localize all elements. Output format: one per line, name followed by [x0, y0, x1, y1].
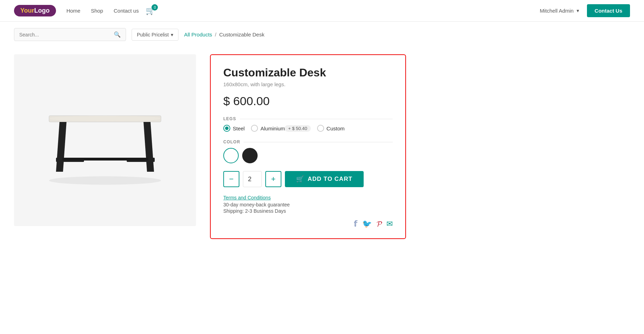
legs-option-group: LEGS Steel Aluminium + $ 50.40 [223, 116, 393, 132]
color-options-row [223, 148, 393, 163]
logo-text: YourLogo [20, 7, 50, 14]
cart-row: − + 🛒 ADD TO CART [223, 171, 393, 187]
search-button[interactable]: 🔍 [114, 31, 121, 38]
cart-icon-wrap[interactable]: 🛒 0 [146, 6, 155, 15]
chevron-down-icon: ▼ [576, 8, 580, 13]
nav-shop[interactable]: Shop [91, 8, 103, 14]
pricelist-dropdown[interactable]: Public Pricelist ▾ [132, 29, 178, 41]
email-icon[interactable]: ✉ [386, 219, 393, 229]
pricelist-chevron-icon: ▾ [171, 32, 173, 38]
cart-badge: 0 [152, 4, 158, 11]
radio-custom-circle [317, 125, 324, 132]
add-to-cart-label: ADD TO CART [308, 176, 352, 183]
search-input[interactable] [19, 32, 114, 38]
color-label: COLOR [223, 139, 393, 144]
svg-point-1 [50, 116, 160, 121]
main-content: Customizable Desk 160x80cm, with large l… [0, 47, 644, 253]
contact-us-button[interactable]: Contact Us [587, 4, 630, 17]
legs-steel-label: Steel [233, 125, 245, 131]
nav-links: Home Shop Contact us [66, 8, 139, 14]
radio-aluminium-circle [251, 125, 258, 132]
product-title: Customizable Desk [223, 66, 393, 79]
legs-custom-label: Custom [327, 125, 345, 131]
pinterest-icon[interactable]: 𝓟 [377, 219, 382, 229]
legs-option-custom[interactable]: Custom [317, 125, 345, 132]
pricelist-label: Public Pricelist [137, 32, 169, 38]
twitter-icon[interactable]: 🐦 [362, 219, 372, 229]
radio-steel-dot [225, 127, 229, 130]
nav-home[interactable]: Home [66, 8, 80, 14]
svg-marker-2 [56, 122, 66, 172]
search-section: 🔍 Public Pricelist ▾ All Products / Cust… [0, 22, 644, 47]
quantity-input[interactable] [243, 171, 262, 187]
logo[interactable]: YourLogo [14, 5, 56, 16]
breadcrumb-all-products[interactable]: All Products [184, 32, 212, 38]
facebook-icon[interactable]: 𝕗 [354, 219, 357, 229]
svg-point-7 [49, 176, 161, 185]
search-box: 🔍 [14, 28, 126, 41]
footer-info: Terms and Conditions 30-day money-back g… [223, 195, 393, 229]
nav-contact-us[interactable]: Contact us [114, 8, 139, 14]
legs-option-steel[interactable]: Steel [223, 125, 245, 132]
product-price: $ 600.00 [223, 94, 393, 108]
breadcrumb-separator: / [215, 32, 216, 38]
admin-label: Mitchell Admin [540, 8, 574, 14]
svg-marker-3 [144, 122, 154, 172]
add-to-cart-button[interactable]: 🛒 ADD TO CART [285, 171, 364, 187]
color-option-group: COLOR [223, 139, 393, 163]
shipping-text: Shipping: 2-3 Business Days [223, 208, 393, 214]
navbar: YourLogo Home Shop Contact us 🛒 0 Mitche… [0, 0, 644, 22]
product-subtitle: 160x80cm, with large legs. [223, 81, 393, 87]
aluminium-price-badge: + $ 50.40 [285, 125, 311, 132]
legs-aluminium-label: Aluminium [260, 125, 285, 131]
terms-link[interactable]: Terms and Conditions [223, 195, 393, 200]
legs-label: LEGS [223, 116, 393, 121]
color-option-black[interactable] [242, 148, 258, 163]
cart-btn-icon: 🛒 [296, 175, 304, 183]
product-image [14, 54, 196, 226]
breadcrumb: All Products / Customizable Desk [184, 32, 264, 38]
breadcrumb-current-page: Customizable Desk [219, 32, 264, 38]
product-card: Customizable Desk 160x80cm, with large l… [210, 54, 406, 239]
admin-menu[interactable]: Mitchell Admin ▼ [540, 8, 580, 14]
legs-options-row: Steel Aluminium + $ 50.40 Custom [223, 125, 393, 132]
legs-option-aluminium[interactable]: Aluminium + $ 50.40 [251, 125, 311, 132]
quantity-increase-button[interactable]: + [265, 171, 281, 187]
svg-rect-6 [62, 158, 148, 161]
quantity-decrease-button[interactable]: − [223, 171, 239, 187]
desk-illustration [38, 88, 172, 193]
guarantee-text: 30-day money-back guarantee [223, 202, 393, 207]
radio-steel-circle [223, 125, 230, 132]
social-row: 𝕗 🐦 𝓟 ✉ [223, 219, 393, 229]
color-option-white[interactable] [223, 148, 239, 163]
